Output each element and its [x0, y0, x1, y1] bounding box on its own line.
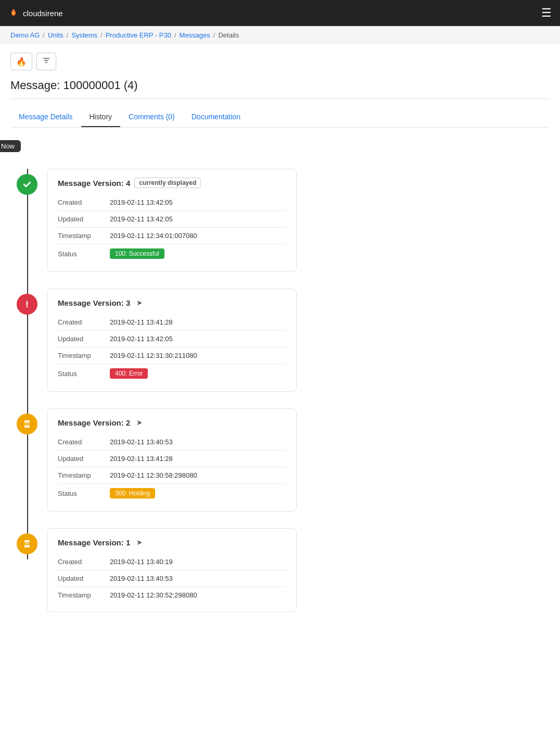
card-v4-title: Message Version: 4	[58, 179, 130, 188]
breadcrumb-demo-ag[interactable]: Demo AG	[10, 31, 40, 39]
field-label: Created	[58, 434, 110, 451]
card-v1-header: Message Version: 1 ➤	[58, 537, 286, 547]
field-label: Timestamp	[58, 347, 110, 364]
timeline-item-v4: Message Version: 4 currently displayed C…	[47, 169, 550, 272]
hourglass-icon-v1	[22, 539, 32, 549]
svg-rect-3	[24, 420, 30, 422]
table-row: Created 2019-02-11 13:42:05	[58, 194, 286, 211]
field-value: 300: Holding	[110, 484, 286, 503]
svg-rect-6	[24, 545, 30, 547]
field-value: 400: Error	[110, 364, 286, 383]
table-row: Status 400: Error	[58, 364, 286, 383]
timeline-icon-v4	[17, 174, 37, 195]
card-v3-title: Message Version: 3	[58, 298, 130, 307]
card-v4-table: Created 2019-02-11 13:42:05 Updated 2019…	[58, 194, 286, 263]
breadcrumb-systems[interactable]: Systems	[71, 31, 97, 39]
card-v2-header: Message Version: 2 ➤	[58, 417, 286, 428]
field-label: Created	[58, 314, 110, 331]
filter-button[interactable]	[36, 53, 56, 70]
field-label: Status	[58, 484, 110, 503]
hourglass-icon-v2	[22, 419, 32, 429]
table-row: Status 100: Successful	[58, 244, 286, 264]
field-label: Updated	[58, 331, 110, 347]
field-value: 100: Successful	[110, 244, 286, 264]
tab-comments[interactable]: Comments (0)	[120, 107, 183, 127]
breadcrumb-sep-2: /	[67, 31, 69, 39]
brand: cloudsirene	[8, 8, 63, 18]
breadcrumb-units[interactable]: Units	[48, 31, 63, 39]
table-row: Timestamp 2019-02-11 12:34:01:007080	[58, 228, 286, 244]
table-row: Updated 2019-02-11 13:40:53	[58, 570, 286, 587]
timeline-icon-v1	[17, 533, 37, 554]
svg-rect-4	[24, 426, 30, 428]
card-v4-header: Message Version: 4 currently displayed	[58, 178, 286, 188]
card-v3: Message Version: 3 ➤ Created 2019-02-11 …	[47, 289, 297, 392]
field-label: Status	[58, 364, 110, 383]
tab-documentation[interactable]: Documentation	[183, 107, 249, 127]
field-value: 2019-02-11 13:42:05	[110, 194, 286, 211]
navigate-v2-button[interactable]: ➤	[134, 417, 145, 428]
field-value: 2019-02-11 12:34:01:007080	[110, 228, 286, 244]
breadcrumb-sep-3: /	[100, 31, 103, 39]
tab-message-details[interactable]: Message Details	[10, 107, 81, 127]
field-value: 2019-02-11 13:41:28	[110, 314, 286, 331]
field-value: 2019-02-11 13:40:53	[110, 570, 286, 587]
card-v1-title: Message Version: 1	[58, 538, 130, 547]
tabs: Message Details History Comments (0) Doc…	[10, 107, 550, 128]
tab-history[interactable]: History	[81, 107, 121, 127]
field-label: Created	[58, 554, 110, 570]
fire-button[interactable]: 🔥	[10, 53, 32, 70]
field-label: Updated	[58, 570, 110, 587]
top-nav: cloudsirene ☰	[0, 0, 560, 26]
field-value: 2019-02-11 12:30:52:298080	[110, 587, 286, 604]
menu-button[interactable]: ☰	[541, 6, 552, 20]
timeline-icon-v3	[17, 294, 37, 315]
timeline-item-v1: Message Version: 1 ➤ Created 2019-02-11 …	[47, 528, 550, 612]
navigate-v1-button[interactable]: ➤	[134, 537, 145, 547]
card-v1: Message Version: 1 ➤ Created 2019-02-11 …	[47, 528, 297, 612]
field-value: 2019-02-11 13:40:53	[110, 434, 286, 451]
field-label: Created	[58, 194, 110, 211]
card-v2-title: Message Version: 2	[58, 418, 130, 427]
timeline-icon-v2	[17, 414, 37, 434]
page-content: 🔥 Message: 100000001 (4) Message Details…	[0, 44, 560, 637]
navigate-v3-button[interactable]: ➤	[134, 297, 145, 308]
field-value: 2019-02-11 12:31:30:211080	[110, 347, 286, 364]
card-v2-table: Created 2019-02-11 13:40:53 Updated 2019…	[58, 434, 286, 503]
table-row: Timestamp 2019-02-11 12:31:30:211080	[58, 347, 286, 364]
filter-icon	[42, 56, 50, 65]
status-badge-v3: 400: Error	[110, 368, 148, 379]
field-value: 2019-02-11 13:41:28	[110, 451, 286, 467]
card-v4: Message Version: 4 currently displayed C…	[47, 169, 297, 272]
table-row: Created 2019-02-11 13:41:28	[58, 314, 286, 331]
svg-rect-5	[24, 540, 30, 542]
field-label: Updated	[58, 451, 110, 467]
breadcrumb-sep-4: /	[174, 31, 176, 39]
page-title: Message: 100000001 (4)	[10, 79, 550, 99]
field-value: 2019-02-11 13:40:19	[110, 554, 286, 570]
table-row: Status 300: Holding	[58, 484, 286, 503]
breadcrumb-messages[interactable]: Messages	[180, 31, 210, 39]
currently-displayed-badge: currently displayed	[134, 178, 201, 188]
timeline: Now Message Version: 4 currently display…	[10, 140, 550, 612]
breadcrumb: Demo AG / Units / Systems / Productive E…	[0, 26, 560, 44]
flame-icon	[8, 8, 19, 18]
now-badge: Now	[0, 140, 21, 152]
status-badge-v2: 300: Holding	[110, 488, 155, 498]
card-v1-table: Created 2019-02-11 13:40:19 Updated 2019…	[58, 554, 286, 603]
field-value: 2019-02-11 12:30:58:298080	[110, 467, 286, 484]
breadcrumb-erp[interactable]: Productive ERP - P30	[106, 31, 171, 39]
table-row: Updated 2019-02-11 13:42:05	[58, 331, 286, 347]
field-value: 2019-02-11 13:42:05	[110, 211, 286, 228]
table-row: Timestamp 2019-02-11 12:30:58:298080	[58, 467, 286, 484]
table-row: Updated 2019-02-11 13:42:05	[58, 211, 286, 228]
table-row: Created 2019-02-11 13:40:19	[58, 554, 286, 570]
breadcrumb-sep-5: /	[213, 31, 215, 39]
field-label: Timestamp	[58, 587, 110, 604]
timeline-item-v3: Message Version: 3 ➤ Created 2019-02-11 …	[47, 289, 550, 392]
table-row: Created 2019-02-11 13:40:53	[58, 434, 286, 451]
breadcrumb-details: Details	[218, 31, 239, 39]
field-value: 2019-02-11 13:42:05	[110, 331, 286, 347]
table-row: Updated 2019-02-11 13:41:28	[58, 451, 286, 467]
card-v3-header: Message Version: 3 ➤	[58, 297, 286, 308]
